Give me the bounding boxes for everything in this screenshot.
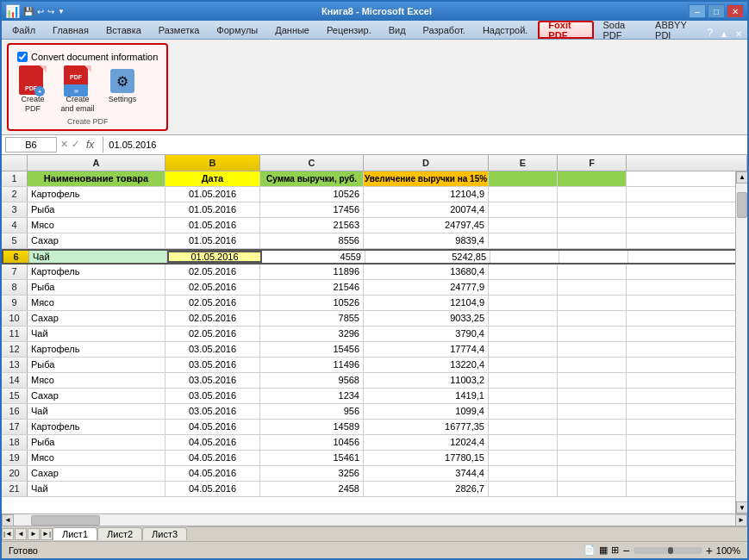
tab-home[interactable]: Главная	[44, 22, 97, 39]
cell-c14[interactable]: 9568	[260, 373, 364, 388]
cell-e18[interactable]	[489, 435, 558, 450]
cell-f6[interactable]	[559, 251, 628, 263]
cell-a14[interactable]: Мясо	[28, 373, 165, 388]
cell-c6[interactable]: 4559	[262, 251, 365, 263]
cell-f9[interactable]	[558, 296, 627, 310]
cell-f7[interactable]	[558, 264, 627, 279]
cell-b13[interactable]: 03.05.2016	[165, 358, 260, 372]
create-pdf-button[interactable]: PDF + CreatePDF	[12, 65, 53, 115]
ribbon-minimize-icon[interactable]: ▲	[716, 29, 732, 39]
cell-c17[interactable]: 14589	[260, 420, 364, 434]
cell-d19[interactable]: 17780,15	[364, 451, 489, 465]
cell-b16[interactable]: 03.05.2016	[165, 404, 260, 419]
tab-addins[interactable]: Надстрой.	[474, 22, 536, 39]
cell-reference-box[interactable]	[5, 137, 57, 152]
sheet-nav-first[interactable]: |◄	[2, 528, 14, 540]
cell-c3[interactable]: 17456	[260, 202, 364, 217]
cell-c13[interactable]: 11496	[260, 358, 364, 372]
cell-c5[interactable]: 8556	[260, 233, 364, 248]
cell-c16[interactable]: 956	[260, 404, 364, 419]
cell-e4[interactable]	[489, 218, 558, 233]
sheet-tab-1[interactable]: Лист1	[53, 527, 97, 540]
col-header-b[interactable]: B	[165, 155, 260, 171]
sheet-nav-next[interactable]: ►	[28, 528, 40, 540]
cell-a7[interactable]: Картофель	[28, 264, 165, 279]
cell-b3[interactable]: 01.05.2016	[165, 202, 260, 217]
tab-formulas[interactable]: Формулы	[208, 22, 266, 39]
tab-review[interactable]: Рецензир.	[318, 22, 380, 39]
cell-a2[interactable]: Картофель	[28, 187, 165, 202]
tab-abbypdi[interactable]: ABBYY PDI	[646, 22, 703, 39]
cell-c7[interactable]: 11896	[260, 264, 364, 279]
col-header-a[interactable]: A	[28, 155, 165, 171]
col-header-d[interactable]: D	[364, 155, 489, 171]
cell-e6[interactable]	[490, 251, 559, 263]
cell-b14[interactable]: 03.05.2016	[165, 373, 260, 388]
tab-file[interactable]: Файл	[3, 22, 44, 39]
cell-f17[interactable]	[558, 420, 627, 434]
cell-e5[interactable]	[489, 233, 558, 248]
cell-d21[interactable]: 2826,7	[364, 482, 489, 496]
cell-b9[interactable]: 02.05.2016	[165, 296, 260, 310]
cell-d12[interactable]: 17774,4	[364, 342, 489, 357]
cell-f15[interactable]	[558, 389, 627, 403]
cell-f3[interactable]	[558, 202, 627, 217]
cell-b11[interactable]: 02.05.2016	[165, 327, 260, 341]
view-page-icon[interactable]: ⊞	[611, 544, 619, 556]
cell-c11[interactable]: 3296	[260, 327, 364, 341]
cell-c2[interactable]: 10526	[260, 187, 364, 202]
col-header-f[interactable]: F	[558, 155, 627, 171]
maximize-button[interactable]: □	[708, 4, 725, 18]
cell-e12[interactable]	[489, 342, 558, 357]
sheet-tab-3[interactable]: Лист3	[142, 527, 187, 540]
cell-a16[interactable]: Чай	[28, 404, 165, 419]
cell-a1[interactable]: Наименование товара	[28, 171, 165, 186]
tab-foxit-pdf[interactable]: Foxit PDF	[538, 21, 594, 39]
cell-b5[interactable]: 01.05.2016	[165, 233, 260, 248]
cell-d3[interactable]: 20074,4	[364, 202, 489, 217]
cell-a13[interactable]: Рыба	[28, 358, 165, 372]
cell-b7[interactable]: 02.05.2016	[165, 264, 260, 279]
cell-e21[interactable]	[489, 482, 558, 496]
window-control-2[interactable]: ✕	[732, 29, 746, 39]
cell-d6[interactable]: 5242,85	[365, 251, 490, 263]
minimize-button[interactable]: –	[689, 4, 706, 18]
cell-e19[interactable]	[489, 451, 558, 465]
cell-d2[interactable]: 12104,9	[364, 187, 489, 202]
scroll-thumb[interactable]	[737, 192, 747, 218]
cell-a15[interactable]: Сахар	[28, 389, 165, 403]
cell-c1[interactable]: Сумма выручки, руб.	[260, 171, 364, 186]
cell-e17[interactable]	[489, 420, 558, 434]
cell-d15[interactable]: 1419,1	[364, 389, 489, 403]
cell-c19[interactable]: 15461	[260, 451, 364, 465]
cell-f10[interactable]	[558, 311, 627, 326]
cell-f20[interactable]	[558, 466, 627, 481]
cell-d5[interactable]: 9839,4	[364, 233, 489, 248]
cell-e16[interactable]	[489, 404, 558, 419]
cell-c21[interactable]: 2458	[260, 482, 364, 496]
cell-b10[interactable]: 02.05.2016	[165, 311, 260, 326]
qat-dropdown[interactable]: ▼	[58, 8, 65, 16]
cell-a21[interactable]: Чай	[28, 482, 165, 496]
cell-d13[interactable]: 13220,4	[364, 358, 489, 372]
cell-e7[interactable]	[489, 264, 558, 279]
cell-d17[interactable]: 16777,35	[364, 420, 489, 434]
cell-a18[interactable]: Рыба	[28, 435, 165, 450]
cell-b6[interactable]: 01.05.2016	[167, 251, 262, 263]
cell-a9[interactable]: Мясо	[28, 296, 165, 310]
cell-c18[interactable]: 10456	[260, 435, 364, 450]
cell-b4[interactable]: 01.05.2016	[165, 218, 260, 233]
scroll-right-button[interactable]: ►	[735, 514, 747, 526]
vertical-scrollbar[interactable]: ▲ ▼	[735, 171, 747, 513]
cell-f16[interactable]	[558, 404, 627, 419]
cell-f21[interactable]	[558, 482, 627, 496]
h-scroll-thumb[interactable]	[31, 515, 100, 526]
cell-a8[interactable]: Рыба	[28, 280, 165, 295]
cell-c15[interactable]: 1234	[260, 389, 364, 403]
cell-a20[interactable]: Сахар	[28, 466, 165, 481]
scroll-left-button[interactable]: ◄	[2, 514, 14, 526]
cell-b8[interactable]: 02.05.2016	[165, 280, 260, 295]
cell-d20[interactable]: 3744,4	[364, 466, 489, 481]
cell-f14[interactable]	[558, 373, 627, 388]
cell-b1[interactable]: Дата	[165, 171, 260, 186]
